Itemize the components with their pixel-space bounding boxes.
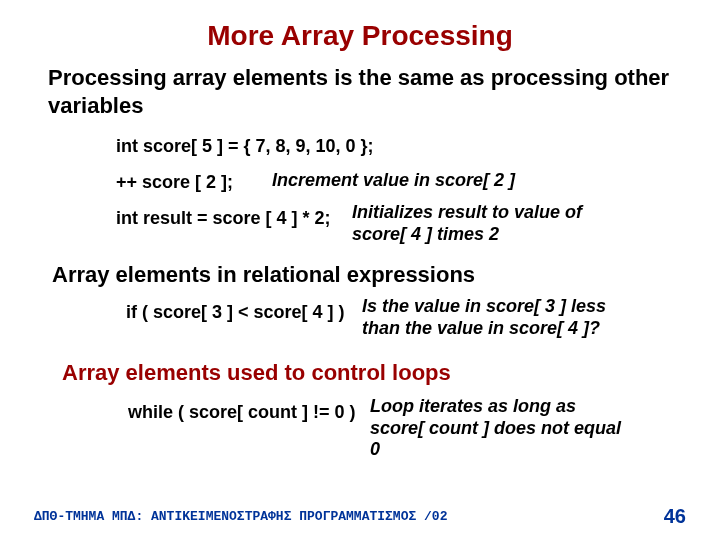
code-declaration: int score[ 5 ] = { 7, 8, 9, 10, 0 };: [116, 136, 374, 157]
footer-text: ΔΠΘ-ΤΜΗΜΑ ΜΠΔ: ΑΝΤΙΚΕΙΜΕΝΟΣΤΡΑΦΗΣ ΠΡΟΓΡΑ…: [34, 509, 447, 524]
heading-relational: Array elements in relational expressions: [52, 262, 475, 288]
code-increment: ++ score [ 2 ];: [116, 172, 233, 193]
code-if: if ( score[ 3 ] < score[ 4 ] ): [126, 302, 345, 323]
page-number: 46: [664, 505, 686, 528]
slide: More Array Processing Processing array e…: [0, 0, 720, 540]
code-while: while ( score[ count ] != 0 ): [128, 402, 356, 423]
heading-loops: Array elements used to control loops: [62, 360, 451, 386]
note-result: Initializes result to value of score[ 4 …: [352, 202, 632, 245]
code-result: int result = score [ 4 ] * 2;: [116, 208, 331, 229]
note-if: Is the value in score[ 3 ] less than the…: [362, 296, 642, 339]
note-while: Loop iterates as long as score[ count ] …: [370, 396, 630, 461]
slide-title: More Array Processing: [0, 20, 720, 52]
intro-text: Processing array elements is the same as…: [48, 64, 672, 119]
note-increment: Increment value in score[ 2 ]: [272, 170, 515, 191]
